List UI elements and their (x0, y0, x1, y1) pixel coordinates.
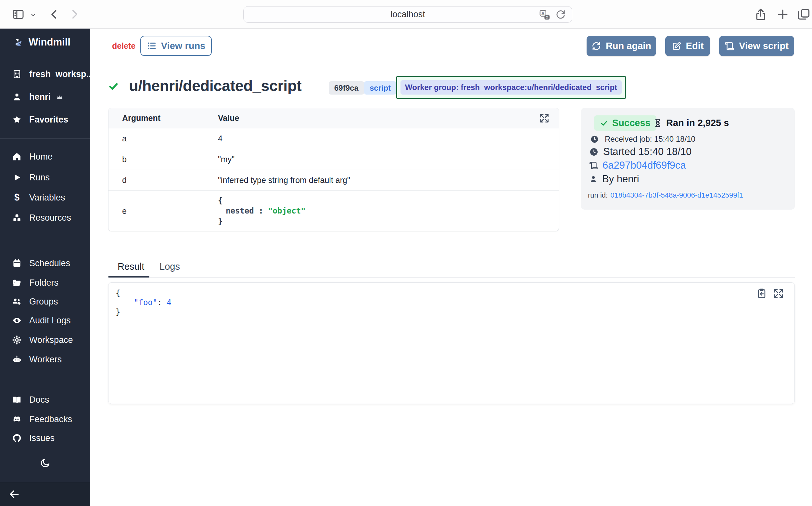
star-icon (12, 115, 22, 124)
edit-icon (672, 41, 682, 51)
resources-label: Resources (29, 213, 71, 223)
sidebar-item-workers[interactable]: Workers (12, 352, 62, 366)
clock-icon (589, 147, 599, 157)
ran-in-duration: Ran in 2,925 s (653, 118, 729, 129)
workers-label: Workers (29, 354, 62, 365)
windmill-logo[interactable]: Windmill (13, 35, 71, 50)
view-runs-button[interactable]: View runs (140, 36, 212, 56)
issues-label: Issues (29, 433, 55, 443)
sidebar-item-audit-logs[interactable]: Audit Logs (12, 313, 71, 328)
robot-icon (12, 354, 22, 364)
sidebar-item-favorites[interactable]: Favorites (12, 112, 68, 127)
theme-toggle[interactable] (0, 457, 90, 469)
back-icon[interactable] (47, 7, 61, 21)
sidebar: Windmill fresh_worksp... henri Favorites… (0, 28, 90, 506)
script-icon (725, 41, 734, 51)
browser-toolbar: localhost Ax (0, 0, 812, 28)
tab-logs[interactable]: Logs (160, 261, 180, 272)
calendar-icon (12, 258, 22, 268)
favorites-label: Favorites (29, 115, 68, 125)
sidebar-item-feedbacks[interactable]: Feedbacks (12, 412, 72, 426)
schedules-label: Schedules (29, 258, 70, 268)
github-icon (12, 433, 22, 443)
variables-label: Variables (29, 193, 65, 203)
arguments-table: Argument Value a 4 b "my" d "inferred ty… (108, 108, 559, 231)
tab-overview-icon[interactable] (796, 7, 811, 21)
home-label: Home (29, 152, 53, 162)
sidebar-item-runs[interactable]: Runs (12, 170, 50, 185)
users-gear-icon (12, 297, 22, 307)
sidebar-collapse-strip (0, 482, 90, 506)
collapse-sidebar-icon[interactable] (8, 488, 21, 501)
sidebar-item-schedules[interactable]: Schedules (12, 256, 70, 270)
workspace-label: fresh_worksp... (29, 69, 94, 79)
edit-button[interactable]: Edit (665, 36, 710, 56)
user-icon (12, 92, 22, 102)
page-title: u/henri/dedicated_script (129, 77, 301, 95)
svg-text:A: A (541, 11, 545, 16)
received-job-row: Received job: 15:40 18/10 (590, 135, 695, 144)
clock-icon (590, 135, 599, 144)
sidebar-item-groups[interactable]: Groups (12, 294, 58, 309)
expand-result-icon[interactable] (773, 288, 784, 299)
view-runs-label: View runs (161, 40, 205, 51)
feedbacks-label: Feedbacks (29, 414, 72, 424)
script-icon (589, 161, 598, 170)
groups-label: Groups (29, 297, 58, 307)
arg-object-value: { nested : "object" } (218, 191, 306, 231)
sidebar-item-workspace-switcher[interactable]: fresh_worksp... (12, 67, 94, 81)
share-icon[interactable] (753, 7, 768, 21)
sidebar-item-home[interactable]: Home (12, 150, 53, 164)
sidebar-item-user[interactable]: henri (12, 90, 64, 104)
run-id-row: run id: 018b4304-7b3f-548a-9006-d1e14525… (588, 191, 743, 199)
edit-label: Edit (686, 40, 704, 51)
arg-name: b (108, 155, 218, 164)
runs-label: Runs (29, 173, 50, 183)
svg-text:$: $ (14, 193, 19, 202)
folder-icon (12, 278, 22, 287)
run-again-button[interactable]: Run again (587, 36, 656, 56)
url-text: localhost (390, 9, 425, 19)
result-panel: { "foo": 4 } (108, 282, 795, 404)
table-row: e { nested : "object" } (108, 191, 559, 231)
sidebar-item-issues[interactable]: Issues (12, 431, 55, 445)
delete-button[interactable]: delete (112, 41, 135, 51)
new-tab-icon[interactable] (776, 7, 790, 21)
windmill-logo-icon (13, 36, 23, 48)
table-row: d "inferred type string from default arg… (108, 170, 559, 191)
view-script-button[interactable]: View script (719, 36, 794, 56)
view-script-label: View script (739, 40, 789, 51)
folders-label: Folders (29, 278, 59, 288)
expand-table-icon[interactable] (539, 113, 549, 123)
sidebar-item-workspace-settings[interactable]: Workspace (12, 333, 73, 347)
table-row: b "my" (108, 149, 559, 170)
job-hash-link[interactable]: 6a297b04df69f9ca (603, 160, 686, 171)
sidebar-toggle-icon[interactable] (12, 8, 25, 21)
worker-group-box: Worker group: fresh_workspace:u/henri/de… (396, 76, 626, 99)
audit-logs-label: Audit Logs (29, 316, 71, 326)
sidebar-item-docs[interactable]: Docs (12, 393, 49, 407)
arg-value: "my" (218, 155, 234, 164)
building-icon (12, 69, 22, 79)
argument-column-header: Argument (108, 113, 218, 123)
hourglass-icon (653, 118, 662, 128)
copy-result-icon[interactable] (756, 288, 767, 299)
user-icon (589, 175, 598, 183)
book-icon (12, 395, 22, 405)
play-icon (12, 173, 22, 182)
chevron-down-icon[interactable] (30, 12, 36, 18)
moon-icon (39, 457, 51, 469)
boxes-icon (12, 213, 22, 223)
table-row: a 4 (108, 129, 559, 149)
tab-result[interactable]: Result (118, 261, 144, 272)
arguments-table-header: Argument Value (108, 108, 559, 129)
sidebar-item-variables[interactable]: $ Variables (12, 190, 65, 205)
address-bar[interactable]: localhost Ax (243, 6, 572, 23)
translate-icon[interactable]: Ax (539, 9, 550, 21)
forward-icon (68, 7, 81, 21)
reload-icon[interactable] (555, 9, 566, 21)
run-id-link[interactable]: 018b4304-7b3f-548a-9006-d1e1452599f1 (610, 191, 743, 199)
sidebar-item-resources[interactable]: Resources (12, 210, 71, 225)
sidebar-item-folders[interactable]: Folders (12, 275, 59, 290)
arg-value: "inferred type string from default arg" (218, 175, 350, 185)
